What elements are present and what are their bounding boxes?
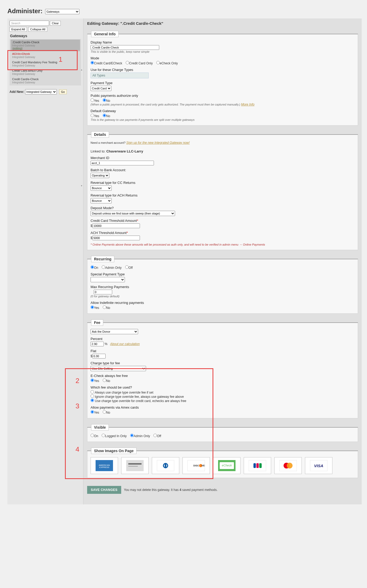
content-heading: Editing Gateway: ".Credit Card/e-Check" <box>87 21 358 26</box>
echeck-free-no-radio[interactable] <box>103 379 106 382</box>
mode-cc-only-radio[interactable] <box>126 61 129 64</box>
ach-threshold-input[interactable] <box>92 236 140 240</box>
clear-button[interactable]: Clear <box>50 21 60 26</box>
which-fee-o1-radio[interactable] <box>91 390 94 394</box>
legend-fee: Fee <box>91 319 103 326</box>
mode-cc-echeck-radio[interactable] <box>91 61 94 64</box>
card-mastercard-icon[interactable] <box>274 457 302 474</box>
display-name-input[interactable] <box>91 45 159 50</box>
default-yes-radio[interactable] <box>91 114 94 117</box>
batch-bank-select[interactable]: Operating <box>91 173 109 178</box>
max-recurring-input[interactable] <box>94 290 112 294</box>
max-recurring-help: (0 for gateway default) <box>91 295 119 298</box>
amex-no-radio[interactable] <box>103 410 106 414</box>
go-button[interactable]: Go <box>59 89 67 94</box>
indefinite-no-radio[interactable] <box>103 305 106 309</box>
sidebar-scrollbar[interactable]: ▲ ▼ <box>80 69 83 504</box>
reversal-ach-select[interactable]: Bounce <box>91 198 112 203</box>
legend-general: General Info <box>91 31 119 37</box>
indefinite-label: Allow Indefinite recurring payments <box>91 301 355 305</box>
payment-type-label: Payment Type <box>91 81 355 85</box>
amex-label: Allow payments via Amex cards <box>91 405 355 409</box>
fee-charge-type-select[interactable]: Use Site Setting <box>91 366 146 371</box>
merchant-signup-link[interactable]: Sign up for the new Integrated Gateway n… <box>126 141 190 145</box>
recurring-on-radio[interactable] <box>91 265 94 269</box>
svg-rect-3 <box>126 460 144 471</box>
default-gateway-label: Default Gateway <box>91 109 355 113</box>
merchant-id-input[interactable] <box>91 161 154 165</box>
special-payment-label: Special Payment Type <box>91 272 355 276</box>
reversal-cc-select[interactable]: Bounce <box>91 185 112 191</box>
payment-type-select[interactable]: Credit Card <box>91 86 111 91</box>
collapse-all-button[interactable]: Collapse All <box>28 27 47 32</box>
legend-recurring: Recurring <box>91 256 114 262</box>
threshold-help: * Online Payments above these amounts wi… <box>91 243 355 246</box>
public-auth-yes-radio[interactable] <box>91 98 94 102</box>
fee-percent-input[interactable] <box>91 342 104 346</box>
merchant-need-text: Need a merchant account? <box>91 141 126 144</box>
which-fee-o2-radio[interactable] <box>91 394 94 398</box>
gateway-item[interactable]: Credit Card Mandatory Fee Testing Integr… <box>11 60 80 68</box>
card-discover-icon[interactable]: DISCVER <box>182 457 210 474</box>
linked-to-value: Chaverware LLC-Larry <box>106 149 143 153</box>
which-fee-o3-radio[interactable] <box>91 399 94 402</box>
card-generic-icon[interactable] <box>121 457 149 474</box>
visible-on-radio[interactable] <box>91 434 94 437</box>
cc-threshold-input[interactable] <box>92 223 140 228</box>
card-visa-icon[interactable]: VISA <box>305 457 332 474</box>
calc-link[interactable]: About our calculation <box>110 342 140 346</box>
admin-section-select[interactable]: Gateways <box>45 9 79 14</box>
display-name-label: Display Name <box>91 40 355 44</box>
gateway-item[interactable]: ACH/e-Check Integrated Gateway <box>11 51 80 60</box>
recurring-admin-radio[interactable] <box>102 265 105 269</box>
visible-logged-radio[interactable] <box>102 434 105 437</box>
search-input[interactable] <box>10 21 49 26</box>
save-changes-button[interactable]: SAVE CHANGES <box>87 486 121 494</box>
ach-threshold-label: ACH Threshold Amount <box>91 231 126 235</box>
public-auth-no-radio[interactable] <box>103 98 106 102</box>
card-amex-icon[interactable]: AMERICANEXPRESS <box>91 457 118 474</box>
gateway-item[interactable]: Credit Card-AmEx Only Integrated Gateway <box>11 68 80 77</box>
deposit-mode-select[interactable]: Deposit unless we find issue with sweep … <box>91 211 175 216</box>
fieldset-fee: Fee Ask the Donor Percent % About our ca… <box>87 319 358 418</box>
card-jcb-icon[interactable] <box>244 457 271 474</box>
legend-images: Show Images On Page <box>91 448 137 454</box>
fieldset-visible: Visible On Logged In Only Admin Only Off <box>87 424 358 442</box>
svg-text:DISC: DISC <box>193 464 199 467</box>
card-diners-icon[interactable] <box>152 457 179 474</box>
echeck-free-yes-radio[interactable] <box>91 379 94 382</box>
svg-text:EXPRESS: EXPRESS <box>99 466 109 469</box>
more-info-link[interactable]: More Info <box>241 103 255 106</box>
gateway-item[interactable]: .Credit Card/e-Check Integrated Gateway … <box>11 40 80 51</box>
cc-threshold-label: Credit Card Threshold Amount <box>91 219 137 223</box>
amex-yes-radio[interactable] <box>91 410 94 414</box>
mode-label: Mode <box>91 56 355 60</box>
svg-text:VER: VER <box>201 464 205 467</box>
reversal-cc-label: Reversal type for CC Returns <box>91 181 355 185</box>
public-auth-help: (When a public payment is processed, the… <box>91 103 240 106</box>
reversal-ach-label: Reversal type for ACH Returns <box>91 193 355 197</box>
default-help: This is the gateway to use payments if p… <box>91 118 195 121</box>
fee-mode-select[interactable]: Ask the Donor <box>91 329 138 334</box>
charge-types-multiselect[interactable]: All Types <box>91 73 149 78</box>
mode-echeck-only-radio[interactable] <box>156 61 160 64</box>
visible-off-radio[interactable] <box>153 434 157 437</box>
svg-rect-4 <box>128 463 142 465</box>
expand-all-button[interactable]: Expand All <box>10 27 27 32</box>
which-fee-label: Which fee should be used? <box>91 385 355 389</box>
indefinite-yes-radio[interactable] <box>91 305 94 309</box>
visible-admin-radio[interactable] <box>130 434 134 437</box>
gateway-item[interactable]: Credit Card/e-Check Integrated Gateway <box>11 77 80 85</box>
svg-text:VISA: VISA <box>314 463 323 468</box>
addnew-select[interactable]: Integrated Gateway <box>25 89 57 94</box>
special-payment-select[interactable] <box>91 277 125 282</box>
display-name-help: This is visible to the public, keep name… <box>91 50 149 53</box>
default-no-radio[interactable] <box>103 114 106 117</box>
max-recurring-label: Max Recurring Payments <box>91 285 355 289</box>
addnew-label: Add New: <box>10 90 24 94</box>
legend-details: Details <box>91 131 109 138</box>
card-echeck-icon[interactable]: eCheck <box>213 457 241 474</box>
recurring-off-radio[interactable] <box>125 265 129 269</box>
fee-flat-input[interactable] <box>92 354 106 358</box>
legend-visible: Visible <box>91 424 109 431</box>
